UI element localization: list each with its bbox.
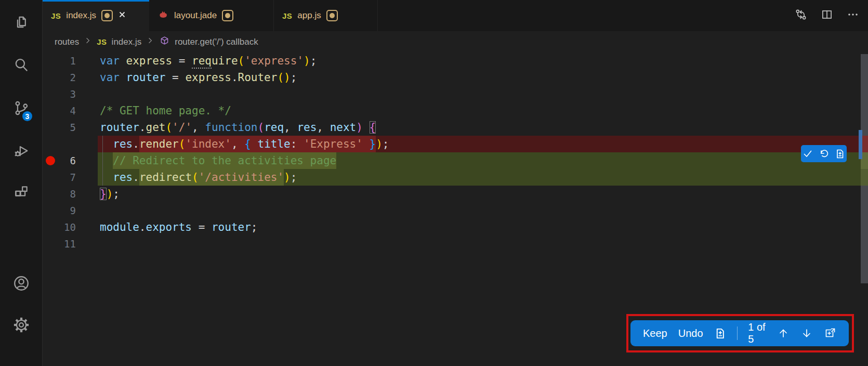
tab-app-js[interactable]: JS app.js <box>274 0 378 31</box>
keep-button[interactable]: Keep <box>643 328 667 339</box>
code-token: uire <box>212 55 238 67</box>
jade-icon <box>157 9 169 23</box>
arrow-up-icon[interactable] <box>777 327 790 339</box>
line-number[interactable]: 10 <box>57 219 76 236</box>
line-number[interactable]: 4 <box>57 102 76 119</box>
code-line-content[interactable]: var express = require('express'); <box>98 53 861 69</box>
breakpoint-margin[interactable] <box>43 136 57 152</box>
code-token: render <box>139 138 179 150</box>
code-line-content[interactable]: var router = express.Router(); <box>98 69 861 86</box>
breadcrumb: routes JS index.js router.get('/') callb… <box>43 31 868 53</box>
code-line-content[interactable]: router.get('/', function(req, res, next)… <box>98 119 861 136</box>
code-token <box>100 138 113 150</box>
code-token: ; <box>113 188 120 200</box>
code-token: /* GET home page. */ <box>100 104 231 117</box>
sidebar-item-settings[interactable] <box>0 313 43 338</box>
sidebar-item-search[interactable] <box>0 54 43 79</box>
line-number[interactable]: 5 <box>57 119 76 136</box>
code-token: Router <box>238 71 278 84</box>
line-number[interactable]: 6 <box>57 152 76 169</box>
modified-indicator-icon[interactable] <box>101 10 113 21</box>
modified-indicator-icon[interactable] <box>222 10 233 21</box>
code-token: ) <box>284 171 291 184</box>
open-diff-editor-icon[interactable] <box>824 327 836 339</box>
sidebar-item-account[interactable] <box>0 272 43 297</box>
breadcrumb-folder[interactable]: routes <box>55 37 79 47</box>
code-line-content[interactable]: // Redirect to the activities page <box>98 152 861 169</box>
undo-button[interactable]: Undo <box>678 328 703 339</box>
breakpoint-margin[interactable] <box>43 102 57 119</box>
line-number[interactable]: 1 <box>57 53 76 69</box>
code-token: ( <box>179 138 186 150</box>
code-line-content[interactable] <box>98 86 861 102</box>
code-token: var <box>100 71 126 84</box>
breakpoint-margin[interactable] <box>43 119 57 136</box>
code-line-content[interactable]: }); <box>98 186 861 202</box>
breakpoint-margin[interactable] <box>43 236 57 252</box>
code-token <box>100 154 113 167</box>
diff-segment: ); <box>376 136 389 152</box>
line-number[interactable]: 3 <box>57 86 76 102</box>
code-token: req <box>192 55 212 69</box>
line-number[interactable]: 8 <box>57 186 76 202</box>
ruler-modified-decoration <box>859 130 862 159</box>
line-number[interactable]: 2 <box>57 69 76 86</box>
arrow-down-icon[interactable] <box>800 327 813 339</box>
js-icon: JS <box>51 11 61 20</box>
breakpoint-margin[interactable] <box>43 86 57 102</box>
line-number[interactable] <box>57 136 76 152</box>
sidebar-item-explorer[interactable] <box>0 12 43 37</box>
close-icon[interactable] <box>118 10 126 21</box>
more-actions-icon[interactable] <box>846 8 860 21</box>
code-token: 'Express' <box>304 138 363 150</box>
breakpoint-margin[interactable] <box>43 169 57 186</box>
breakpoint-margin[interactable] <box>43 202 57 219</box>
breakpoint-margin[interactable] <box>43 186 57 202</box>
sidebar-item-source-control[interactable]: 3 <box>0 97 43 122</box>
diff-file-icon[interactable] <box>835 149 845 159</box>
line-number[interactable]: 7 <box>57 169 76 186</box>
account-icon <box>12 274 31 295</box>
code-line-content[interactable] <box>98 202 861 219</box>
line-number[interactable]: 11 <box>57 236 76 252</box>
gear-icon <box>12 316 31 336</box>
code-line-content[interactable]: res.redirect('/activities'); <box>98 169 861 186</box>
diff-segment: ); <box>284 169 297 186</box>
code-line-content[interactable]: res.render('index', { title: 'Express' }… <box>98 136 861 152</box>
code-token: ) <box>107 188 113 200</box>
breakpoint-margin[interactable] <box>43 219 57 236</box>
breakpoint-margin[interactable] <box>43 152 57 169</box>
code-line-content[interactable] <box>98 236 861 252</box>
tab-layout-jade[interactable]: layout.jade <box>149 0 274 31</box>
diff-segment: module.exports = router; <box>100 219 257 236</box>
code-token: . <box>231 71 238 84</box>
code-line: 2var router = express.Router(); <box>43 69 868 86</box>
breakpoint-margin[interactable] <box>43 69 57 86</box>
breakpoint-icon[interactable] <box>46 156 55 165</box>
diff-segment: /* GET home page. */ <box>100 102 231 119</box>
code-token: res <box>113 171 133 184</box>
accept-check-icon[interactable] <box>803 149 813 159</box>
diff-segment: var express = require('express'); <box>100 53 317 69</box>
code-line-content[interactable]: module.exports = router; <box>98 219 861 236</box>
split-editor-icon[interactable] <box>820 8 834 21</box>
code-line-content[interactable]: /* GET home page. */ <box>98 102 861 119</box>
diff-segment: res. <box>100 136 139 152</box>
modified-indicator-icon[interactable] <box>326 10 338 21</box>
line-number[interactable]: 9 <box>57 202 76 219</box>
open-changes-icon[interactable] <box>794 8 808 21</box>
diff-segment: // Redirect to the activities page <box>113 152 336 169</box>
sidebar-item-extensions[interactable] <box>0 181 43 206</box>
discard-undo-icon[interactable] <box>819 149 829 159</box>
sidebar-item-run-debug[interactable] <box>0 139 43 164</box>
breadcrumb-symbol[interactable]: router.get('/') callback <box>175 37 258 47</box>
diff-file-icon[interactable] <box>714 327 726 339</box>
code-token: router <box>126 71 166 84</box>
code-token <box>251 138 258 150</box>
code-token: function <box>205 121 257 134</box>
breakpoint-margin[interactable] <box>43 53 57 69</box>
tab-index-js[interactable]: JS index.js <box>43 0 149 31</box>
breadcrumb-file[interactable]: index.js <box>112 37 142 47</box>
code-token <box>100 171 113 184</box>
code-token: res <box>297 121 317 134</box>
